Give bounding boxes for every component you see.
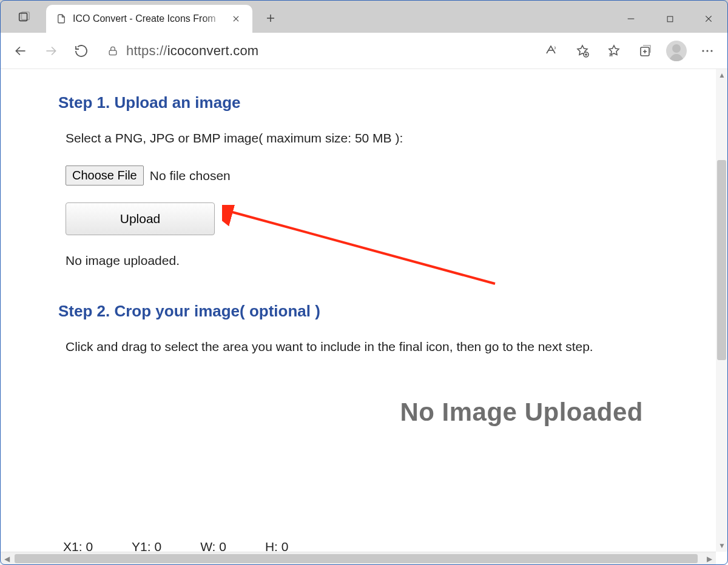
vertical-scroll-thumb[interactable] [717,160,726,360]
tab-actions-button[interactable] [13,6,35,28]
url-host: icoconvert.com [167,43,259,58]
read-aloud-button[interactable] [536,36,565,65]
step2-instruction: Click and drag to select the area you wa… [58,338,673,356]
url-text: https://icoconvert.com [126,43,258,59]
scroll-up-button[interactable]: ▲ [716,69,728,81]
svg-rect-3 [109,50,116,55]
scroll-left-button[interactable]: ◀ [0,552,13,565]
add-favorite-button[interactable] [568,36,597,65]
window-minimize-button[interactable] [612,2,650,35]
svg-point-6 [702,50,704,52]
nav-back-button[interactable] [6,36,35,65]
file-chosen-status: No file chosen [150,169,231,183]
coord-x1-label: X1: [63,540,83,552]
coord-w-value: 0 [219,540,226,552]
choose-file-button[interactable]: Choose File [66,165,144,186]
window-maximize-button[interactable] [650,2,689,35]
coord-h-label: H: [265,540,278,552]
coord-y1-value: 0 [154,540,161,552]
vertical-scrollbar[interactable]: ▲ ▼ [716,69,728,552]
titlebar: ICO Convert - Create Icons From [0,0,728,33]
scroll-down-button[interactable]: ▼ [716,540,728,552]
browser-tab[interactable]: ICO Convert - Create Icons From [46,5,252,33]
horizontal-scrollbar[interactable]: ◀ ▶ [0,552,716,565]
coord-y1-label: Y1: [132,540,151,552]
browser-toolbar: https://icoconvert.com [0,33,728,69]
page-viewport: Step 1. Upload an image Select a PNG, JP… [0,69,728,552]
svg-rect-2 [667,16,673,22]
settings-menu-button[interactable] [693,36,722,65]
coord-h-value: 0 [281,540,289,552]
profile-button[interactable] [666,41,687,61]
crop-coordinates: X1: 0 Y1: 0 W: 0 H: 0 [63,540,288,552]
nav-forward-button[interactable] [36,36,66,65]
site-security-icon[interactable] [103,45,123,57]
address-bar[interactable]: https://icoconvert.com [103,38,529,64]
tab-title: ICO Convert - Create Icons From [73,13,226,24]
favorites-button[interactable] [599,36,629,65]
coord-w-label: W: [200,540,215,552]
window-controls [612,2,728,35]
upload-button[interactable]: Upload [66,202,215,235]
collections-button[interactable] [631,36,660,65]
window-close-button[interactable] [689,2,728,35]
page-favicon-icon [56,13,67,24]
step1-instruction: Select a PNG, JPG or BMP image( maximum … [58,129,673,147]
new-tab-button[interactable] [258,6,283,30]
svg-point-8 [710,50,712,52]
tab-close-button[interactable] [228,11,244,27]
nav-refresh-button[interactable] [67,36,96,65]
no-image-placeholder: No Image Uploaded [400,398,643,427]
upload-status: No image uploaded. [58,253,673,268]
url-scheme: https:// [126,43,167,58]
svg-point-7 [706,50,708,52]
step2-heading: Step 2. Crop your image( optional ) [58,302,673,321]
horizontal-scroll-thumb[interactable] [15,554,698,563]
scroll-right-button[interactable]: ▶ [703,552,716,565]
step1-heading: Step 1. Upload an image [58,93,673,112]
coord-x1-value: 0 [86,540,93,552]
